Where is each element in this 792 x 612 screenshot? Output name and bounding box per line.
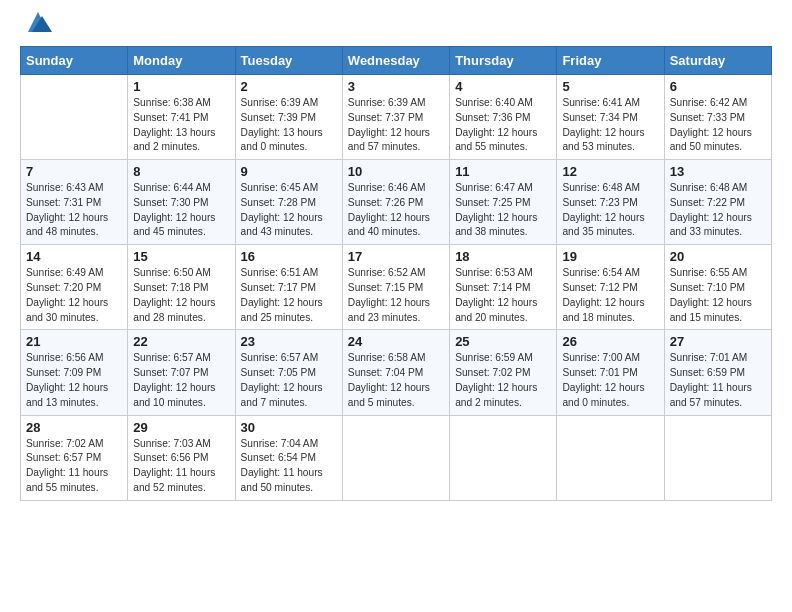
day-info: Sunrise: 6:57 AM Sunset: 7:07 PM Dayligh… [133,351,229,410]
col-header-sunday: Sunday [21,47,128,75]
calendar-header-row: SundayMondayTuesdayWednesdayThursdayFrid… [21,47,772,75]
day-number: 7 [26,164,122,179]
calendar-cell: 25Sunrise: 6:59 AM Sunset: 7:02 PM Dayli… [450,330,557,415]
day-number: 18 [455,249,551,264]
day-number: 24 [348,334,444,349]
page-header [20,18,772,36]
calendar-cell: 4Sunrise: 6:40 AM Sunset: 7:36 PM Daylig… [450,75,557,160]
day-info: Sunrise: 6:48 AM Sunset: 7:23 PM Dayligh… [562,181,658,240]
day-info: Sunrise: 6:52 AM Sunset: 7:15 PM Dayligh… [348,266,444,325]
calendar-cell [664,415,771,500]
day-info: Sunrise: 6:43 AM Sunset: 7:31 PM Dayligh… [26,181,122,240]
col-header-friday: Friday [557,47,664,75]
col-header-monday: Monday [128,47,235,75]
day-number: 27 [670,334,766,349]
day-info: Sunrise: 6:40 AM Sunset: 7:36 PM Dayligh… [455,96,551,155]
calendar-cell: 21Sunrise: 6:56 AM Sunset: 7:09 PM Dayli… [21,330,128,415]
calendar-cell: 17Sunrise: 6:52 AM Sunset: 7:15 PM Dayli… [342,245,449,330]
day-number: 21 [26,334,122,349]
day-info: Sunrise: 6:51 AM Sunset: 7:17 PM Dayligh… [241,266,337,325]
calendar-cell: 28Sunrise: 7:02 AM Sunset: 6:57 PM Dayli… [21,415,128,500]
day-info: Sunrise: 6:49 AM Sunset: 7:20 PM Dayligh… [26,266,122,325]
day-info: Sunrise: 6:41 AM Sunset: 7:34 PM Dayligh… [562,96,658,155]
day-info: Sunrise: 6:39 AM Sunset: 7:39 PM Dayligh… [241,96,337,155]
day-number: 14 [26,249,122,264]
day-info: Sunrise: 6:56 AM Sunset: 7:09 PM Dayligh… [26,351,122,410]
day-info: Sunrise: 6:58 AM Sunset: 7:04 PM Dayligh… [348,351,444,410]
calendar-cell: 23Sunrise: 6:57 AM Sunset: 7:05 PM Dayli… [235,330,342,415]
calendar-week-row: 28Sunrise: 7:02 AM Sunset: 6:57 PM Dayli… [21,415,772,500]
calendar-cell: 16Sunrise: 6:51 AM Sunset: 7:17 PM Dayli… [235,245,342,330]
calendar-cell: 14Sunrise: 6:49 AM Sunset: 7:20 PM Dayli… [21,245,128,330]
col-header-wednesday: Wednesday [342,47,449,75]
day-number: 2 [241,79,337,94]
calendar-week-row: 1Sunrise: 6:38 AM Sunset: 7:41 PM Daylig… [21,75,772,160]
day-number: 8 [133,164,229,179]
day-number: 19 [562,249,658,264]
day-info: Sunrise: 6:59 AM Sunset: 7:02 PM Dayligh… [455,351,551,410]
calendar-week-row: 14Sunrise: 6:49 AM Sunset: 7:20 PM Dayli… [21,245,772,330]
calendar-week-row: 21Sunrise: 6:56 AM Sunset: 7:09 PM Dayli… [21,330,772,415]
calendar-table: SundayMondayTuesdayWednesdayThursdayFrid… [20,46,772,501]
calendar-cell: 11Sunrise: 6:47 AM Sunset: 7:25 PM Dayli… [450,160,557,245]
day-number: 4 [455,79,551,94]
day-number: 26 [562,334,658,349]
calendar-cell: 12Sunrise: 6:48 AM Sunset: 7:23 PM Dayli… [557,160,664,245]
day-info: Sunrise: 6:54 AM Sunset: 7:12 PM Dayligh… [562,266,658,325]
day-number: 10 [348,164,444,179]
calendar-cell: 3Sunrise: 6:39 AM Sunset: 7:37 PM Daylig… [342,75,449,160]
calendar-cell [557,415,664,500]
calendar-cell [450,415,557,500]
day-info: Sunrise: 6:38 AM Sunset: 7:41 PM Dayligh… [133,96,229,155]
day-info: Sunrise: 7:00 AM Sunset: 7:01 PM Dayligh… [562,351,658,410]
col-header-saturday: Saturday [664,47,771,75]
calendar-cell: 29Sunrise: 7:03 AM Sunset: 6:56 PM Dayli… [128,415,235,500]
day-number: 9 [241,164,337,179]
day-info: Sunrise: 6:57 AM Sunset: 7:05 PM Dayligh… [241,351,337,410]
calendar-cell: 2Sunrise: 6:39 AM Sunset: 7:39 PM Daylig… [235,75,342,160]
col-header-thursday: Thursday [450,47,557,75]
day-number: 12 [562,164,658,179]
day-number: 28 [26,420,122,435]
calendar-cell: 8Sunrise: 6:44 AM Sunset: 7:30 PM Daylig… [128,160,235,245]
calendar-cell: 13Sunrise: 6:48 AM Sunset: 7:22 PM Dayli… [664,160,771,245]
day-number: 15 [133,249,229,264]
logo-icon [24,8,52,36]
calendar-cell: 9Sunrise: 6:45 AM Sunset: 7:28 PM Daylig… [235,160,342,245]
calendar-cell: 20Sunrise: 6:55 AM Sunset: 7:10 PM Dayli… [664,245,771,330]
day-info: Sunrise: 6:42 AM Sunset: 7:33 PM Dayligh… [670,96,766,155]
day-number: 6 [670,79,766,94]
day-number: 23 [241,334,337,349]
day-info: Sunrise: 6:46 AM Sunset: 7:26 PM Dayligh… [348,181,444,240]
day-number: 13 [670,164,766,179]
col-header-tuesday: Tuesday [235,47,342,75]
day-number: 5 [562,79,658,94]
day-info: Sunrise: 7:04 AM Sunset: 6:54 PM Dayligh… [241,437,337,496]
calendar-cell: 24Sunrise: 6:58 AM Sunset: 7:04 PM Dayli… [342,330,449,415]
day-number: 20 [670,249,766,264]
day-number: 29 [133,420,229,435]
calendar-cell: 7Sunrise: 6:43 AM Sunset: 7:31 PM Daylig… [21,160,128,245]
calendar-cell: 15Sunrise: 6:50 AM Sunset: 7:18 PM Dayli… [128,245,235,330]
day-number: 25 [455,334,551,349]
day-info: Sunrise: 6:45 AM Sunset: 7:28 PM Dayligh… [241,181,337,240]
calendar-cell: 22Sunrise: 6:57 AM Sunset: 7:07 PM Dayli… [128,330,235,415]
day-info: Sunrise: 6:48 AM Sunset: 7:22 PM Dayligh… [670,181,766,240]
calendar-cell: 6Sunrise: 6:42 AM Sunset: 7:33 PM Daylig… [664,75,771,160]
calendar-cell: 19Sunrise: 6:54 AM Sunset: 7:12 PM Dayli… [557,245,664,330]
calendar-cell: 27Sunrise: 7:01 AM Sunset: 6:59 PM Dayli… [664,330,771,415]
day-number: 1 [133,79,229,94]
calendar-cell: 10Sunrise: 6:46 AM Sunset: 7:26 PM Dayli… [342,160,449,245]
calendar-cell: 18Sunrise: 6:53 AM Sunset: 7:14 PM Dayli… [450,245,557,330]
day-number: 17 [348,249,444,264]
calendar-cell [21,75,128,160]
calendar-cell: 30Sunrise: 7:04 AM Sunset: 6:54 PM Dayli… [235,415,342,500]
calendar-week-row: 7Sunrise: 6:43 AM Sunset: 7:31 PM Daylig… [21,160,772,245]
day-info: Sunrise: 7:02 AM Sunset: 6:57 PM Dayligh… [26,437,122,496]
day-info: Sunrise: 6:53 AM Sunset: 7:14 PM Dayligh… [455,266,551,325]
day-info: Sunrise: 6:47 AM Sunset: 7:25 PM Dayligh… [455,181,551,240]
calendar-cell: 5Sunrise: 6:41 AM Sunset: 7:34 PM Daylig… [557,75,664,160]
calendar-cell: 26Sunrise: 7:00 AM Sunset: 7:01 PM Dayli… [557,330,664,415]
logo [20,18,52,36]
day-info: Sunrise: 6:44 AM Sunset: 7:30 PM Dayligh… [133,181,229,240]
